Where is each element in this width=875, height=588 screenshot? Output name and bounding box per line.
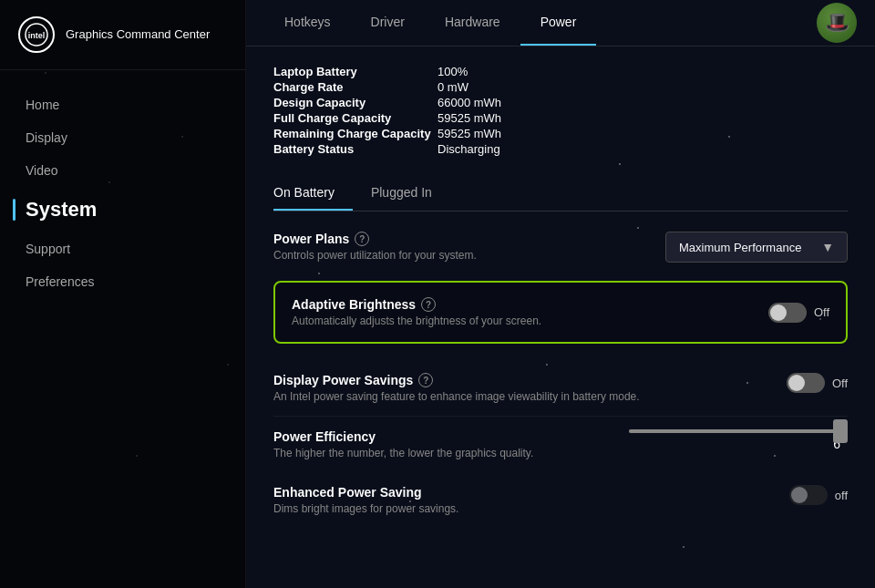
power-plans-label-group: Power Plans ? Controls power utilization… bbox=[273, 232, 477, 262]
display-power-savings-toggle-label: Off bbox=[832, 377, 848, 390]
main-panel: Hotkeys Driver Hardware Power 🎩 Laptop bbox=[246, 0, 875, 588]
sidebar-nav: Home Display Video System Support Prefer… bbox=[0, 70, 245, 588]
tab-driver[interactable]: Driver bbox=[351, 0, 425, 46]
tab-hardware[interactable]: Hardware bbox=[425, 0, 520, 46]
remaining-charge-label: Remaining Charge Capacity bbox=[273, 127, 438, 140]
sub-tabs: On Battery Plugged In bbox=[273, 176, 848, 211]
adaptive-brightness-help-icon[interactable]: ? bbox=[421, 297, 436, 312]
battery-status-value: Discharging bbox=[438, 142, 848, 156]
laptop-battery-value: 100% bbox=[438, 65, 848, 78]
design-capacity-value: 66000 mWh bbox=[438, 96, 848, 109]
display-power-savings-toggle[interactable] bbox=[787, 373, 825, 393]
power-efficiency-label-group: Power Efficiency The higher the number, … bbox=[273, 429, 533, 459]
display-power-savings-toggle-container: Off bbox=[787, 373, 848, 393]
power-plans-row: Power Plans ? Controls power utilization… bbox=[273, 232, 848, 263]
full-charge-capacity-label: Full Charge Capacity bbox=[273, 111, 438, 125]
sidebar-header: intel Graphics Command Center bbox=[0, 0, 245, 70]
tab-hotkeys[interactable]: Hotkeys bbox=[264, 0, 351, 46]
enhanced-power-saving-toggle[interactable] bbox=[789, 485, 828, 505]
sidebar-item-system[interactable]: System bbox=[0, 187, 245, 232]
sidebar: intel Graphics Command Center Home Displ… bbox=[0, 0, 246, 588]
enhanced-power-saving-row: Enhanced Power Saving Dims bright images… bbox=[273, 472, 848, 528]
sub-tab-on-battery[interactable]: On Battery bbox=[273, 176, 353, 211]
adaptive-brightness-label-group: Adaptive Brightness ? Automatically adju… bbox=[292, 297, 541, 327]
adaptive-brightness-toggle[interactable] bbox=[768, 303, 807, 323]
charge-rate-value: 0 mW bbox=[438, 80, 848, 94]
display-power-savings-row: Display Power Savings ? An Intel power s… bbox=[273, 360, 848, 417]
toggle-thumb-eps bbox=[791, 487, 808, 503]
power-plans-title: Power Plans ? bbox=[273, 232, 477, 246]
adaptive-brightness-title: Adaptive Brightness ? bbox=[292, 297, 541, 312]
sidebar-item-display[interactable]: Display bbox=[0, 121, 245, 154]
power-plans-dropdown[interactable]: Maximum Performance ▼ bbox=[665, 232, 848, 263]
svg-text:intel: intel bbox=[28, 31, 46, 40]
sidebar-item-home[interactable]: Home bbox=[0, 88, 245, 121]
power-efficiency-title: Power Efficiency bbox=[273, 429, 533, 444]
display-power-savings-desc: An Intel power saving feature to enhance… bbox=[273, 390, 640, 403]
design-capacity-label: Design Capacity bbox=[273, 96, 438, 109]
adaptive-brightness-desc: Automatically adjusts the brightness of … bbox=[292, 315, 541, 327]
adaptive-brightness-toggle-label: Off bbox=[814, 305, 829, 319]
toggle-thumb-dps bbox=[788, 375, 805, 391]
power-efficiency-slider[interactable] bbox=[629, 429, 848, 433]
enhanced-power-saving-title: Enhanced Power Saving bbox=[273, 485, 458, 500]
display-power-savings-help-icon[interactable]: ? bbox=[418, 373, 433, 387]
content-area: Laptop Battery 100% Charge Rate 0 mW Des… bbox=[246, 46, 875, 588]
enhanced-power-saving-label-group: Enhanced Power Saving Dims bright images… bbox=[273, 485, 458, 515]
tab-power[interactable]: Power bbox=[520, 0, 597, 46]
toggle-thumb bbox=[770, 304, 787, 321]
sidebar-item-video[interactable]: Video bbox=[0, 154, 245, 187]
charge-rate-label: Charge Rate bbox=[273, 80, 438, 94]
remaining-charge-value: 59525 mWh bbox=[438, 127, 848, 140]
full-charge-capacity-value: 59525 mWh bbox=[438, 111, 848, 125]
battery-info: Laptop Battery 100% Charge Rate 0 mW Des… bbox=[273, 65, 848, 156]
sidebar-item-support[interactable]: Support bbox=[0, 232, 245, 265]
power-plans-help-icon[interactable]: ? bbox=[355, 232, 369, 246]
power-plans-desc: Controls power utilization for your syst… bbox=[273, 249, 477, 262]
app-title: Graphics Command Center bbox=[66, 27, 210, 43]
display-power-savings-label-group: Display Power Savings ? An Intel power s… bbox=[273, 373, 640, 403]
power-efficiency-desc: The higher the number, the lower the gra… bbox=[273, 447, 533, 459]
mascot-avatar: 🎩 bbox=[817, 3, 857, 43]
sub-tab-plugged-in[interactable]: Plugged In bbox=[371, 176, 450, 211]
power-plans-selected: Maximum Performance bbox=[679, 241, 801, 254]
intel-logo: intel bbox=[18, 16, 55, 53]
battery-status-label: Battery Status bbox=[273, 142, 438, 156]
top-nav-tabs: Hotkeys Driver Hardware Power bbox=[264, 0, 596, 46]
top-nav: Hotkeys Driver Hardware Power 🎩 bbox=[246, 0, 875, 46]
adaptive-brightness-toggle-container: Off bbox=[768, 303, 829, 323]
enhanced-power-saving-desc: Dims bright images for power savings. bbox=[273, 502, 458, 515]
sidebar-item-preferences[interactable]: Preferences bbox=[0, 265, 245, 298]
chevron-down-icon: ▼ bbox=[821, 240, 834, 254]
adaptive-brightness-box: Adaptive Brightness ? Automatically adju… bbox=[273, 281, 848, 344]
mascot-icon: 🎩 bbox=[817, 3, 857, 43]
power-efficiency-slider-container: 6 bbox=[620, 429, 848, 451]
enhanced-power-saving-toggle-container: off bbox=[789, 485, 848, 505]
display-power-savings-title: Display Power Savings ? bbox=[273, 373, 640, 387]
enhanced-power-saving-toggle-label: off bbox=[835, 489, 848, 502]
power-efficiency-row: Power Efficiency The higher the number, … bbox=[273, 417, 848, 472]
slider-thumb[interactable] bbox=[833, 419, 848, 443]
laptop-battery-label: Laptop Battery bbox=[273, 65, 438, 78]
